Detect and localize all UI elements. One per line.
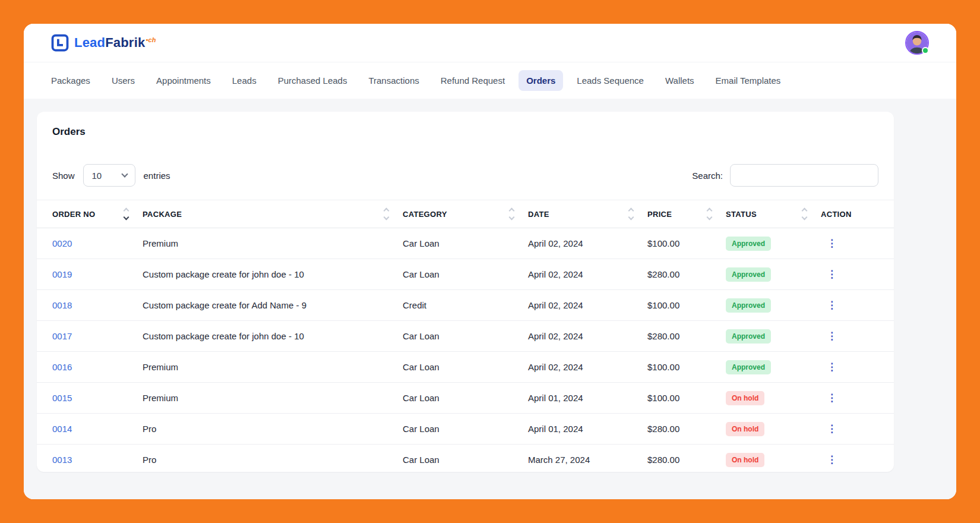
order-link[interactable]: 0014 [52, 424, 72, 434]
sort-desc-icon[interactable] [509, 215, 515, 220]
order-link[interactable]: 0015 [52, 393, 72, 403]
nav-item-email-templates[interactable]: Email Templates [708, 70, 789, 91]
table-row: 0014 Pro Car Loan April 01, 2024 $280.00… [37, 414, 894, 445]
row-actions-button[interactable]: ⋮ [821, 390, 843, 405]
order-link[interactable]: 0020 [52, 238, 72, 248]
price-cell: $280.00 [641, 259, 720, 290]
per-page-select[interactable]: 10 [83, 164, 135, 187]
nav-item-leads[interactable]: Leads [225, 70, 264, 91]
price-cell: $100.00 [641, 352, 720, 383]
leadfabrik-logo-icon [51, 34, 69, 52]
page-title: Orders [37, 126, 894, 138]
order-link[interactable]: 0013 [52, 455, 72, 465]
column-header-price[interactable]: PRICE [641, 200, 720, 228]
status-cell: Approved [720, 290, 815, 321]
nav-item-leads-sequence[interactable]: Leads Sequence [569, 70, 652, 91]
date-cell: April 01, 2024 [522, 414, 641, 445]
column-header-status[interactable]: STATUS [720, 200, 815, 228]
row-actions-button[interactable]: ⋮ [821, 298, 843, 313]
nav-item-users[interactable]: Users [104, 70, 143, 91]
order-no-cell: 0015 [37, 383, 137, 414]
sort-asc-icon[interactable] [628, 208, 634, 214]
sort-icons[interactable] [124, 209, 128, 219]
sort-icons[interactable] [802, 209, 807, 219]
logo-text-lead: Lead [74, 35, 105, 50]
user-avatar[interactable] [905, 31, 929, 55]
column-header-package[interactable]: PACKAGE [137, 200, 397, 228]
status-badge: Approved [726, 329, 771, 344]
nav-item-transactions[interactable]: Transactions [361, 70, 426, 91]
status-cell: On hold [720, 383, 815, 414]
action-cell: ⋮ [815, 383, 894, 414]
table-controls: Show 10 entries Search: [37, 164, 894, 187]
action-cell: ⋮ [815, 228, 894, 259]
search-input[interactable] [730, 164, 878, 187]
price-cell: $100.00 [641, 290, 720, 321]
sort-icons[interactable] [510, 209, 514, 219]
date-cell: April 02, 2024 [522, 352, 641, 383]
date-cell: April 02, 2024 [522, 259, 641, 290]
row-actions-button[interactable]: ⋮ [821, 421, 843, 436]
action-cell: ⋮ [815, 414, 894, 445]
sort-desc-icon[interactable] [384, 215, 390, 220]
nav-item-packages[interactable]: Packages [43, 70, 98, 91]
column-label: DATE [528, 210, 549, 219]
category-cell: Car Loan [397, 259, 522, 290]
row-actions-button[interactable]: ⋮ [821, 329, 843, 344]
row-actions-button[interactable]: ⋮ [821, 267, 843, 282]
price-cell: $100.00 [641, 383, 720, 414]
search-group: Search: [692, 164, 878, 187]
date-cell: April 01, 2024 [522, 383, 641, 414]
action-cell: ⋮ [815, 290, 894, 321]
price-cell: $280.00 [641, 445, 720, 472]
leadfabrik-logo[interactable]: LeadFabrik•ch [51, 34, 156, 52]
nav-item-purchased-leads[interactable]: Purchased Leads [270, 70, 355, 91]
sort-asc-icon[interactable] [802, 208, 808, 214]
action-cell: ⋮ [815, 445, 894, 472]
nav-item-wallets[interactable]: Wallets [657, 70, 702, 91]
page-background: { "brand": { "part1": "Lead", "part2": "… [0, 0, 980, 523]
nav-item-orders[interactable]: Orders [519, 70, 563, 91]
sort-desc-icon[interactable] [707, 215, 713, 220]
sort-icons[interactable] [707, 209, 712, 219]
sort-icons[interactable] [629, 209, 633, 219]
package-cell: Custom package create for john doe - 10 [137, 259, 397, 290]
sort-asc-icon[interactable] [707, 208, 713, 214]
order-link[interactable]: 0018 [52, 300, 72, 310]
sort-desc-icon[interactable] [628, 215, 634, 220]
table-row: 0018 Custom package create for Add Name … [37, 290, 894, 321]
order-link[interactable]: 0016 [52, 362, 72, 372]
column-header-action[interactable]: ACTION [815, 200, 894, 228]
category-cell: Car Loan [397, 228, 522, 259]
leadfabrik-logo-text: LeadFabrik•ch [74, 35, 156, 51]
row-actions-button[interactable]: ⋮ [821, 452, 843, 467]
sort-asc-icon[interactable] [124, 208, 129, 214]
status-cell: Approved [720, 321, 815, 352]
table-row: 0015 Premium Car Loan April 01, 2024 $10… [37, 383, 894, 414]
order-no-cell: 0018 [37, 290, 137, 321]
order-link[interactable]: 0017 [52, 331, 72, 341]
row-actions-button[interactable]: ⋮ [821, 236, 843, 251]
date-cell: April 02, 2024 [522, 228, 641, 259]
logo-text-fabrik: Fabrik [105, 35, 145, 50]
status-cell: On hold [720, 414, 815, 445]
order-no-cell: 0020 [37, 228, 137, 259]
sort-desc-icon[interactable] [802, 215, 808, 220]
package-cell: Premium [137, 228, 397, 259]
order-link[interactable]: 0019 [52, 269, 72, 279]
nav-item-refund-request[interactable]: Refund Request [433, 70, 513, 91]
price-cell: $280.00 [641, 321, 720, 352]
status-badge: On hold [726, 422, 764, 436]
package-cell: Pro [137, 414, 397, 445]
sort-asc-icon[interactable] [384, 208, 390, 214]
row-actions-button[interactable]: ⋮ [821, 360, 843, 374]
column-header-order-no[interactable]: ORDER NO [37, 200, 137, 228]
nav-item-appointments[interactable]: Appointments [148, 70, 219, 91]
column-header-date[interactable]: DATE [522, 200, 641, 228]
entries-label: entries [144, 171, 170, 181]
column-header-category[interactable]: CATEGORY [397, 200, 522, 228]
package-cell: Premium [137, 352, 397, 383]
sort-icons[interactable] [384, 209, 388, 219]
sort-asc-icon[interactable] [509, 208, 515, 214]
sort-desc-icon[interactable] [124, 215, 129, 220]
